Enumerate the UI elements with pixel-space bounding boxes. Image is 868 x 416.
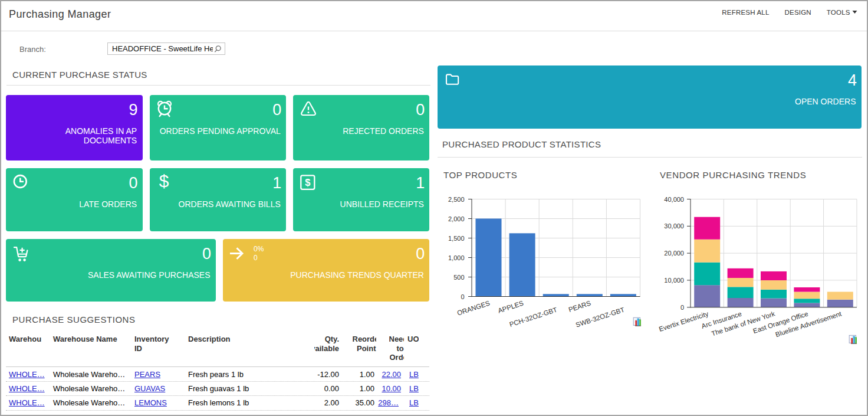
svg-text:0: 0	[461, 293, 464, 300]
svg-text:30,000: 30,000	[664, 222, 684, 230]
svg-text:40,000: 40,000	[664, 196, 684, 203]
svg-text:20,000: 20,000	[664, 250, 684, 257]
svg-text:APPLES: APPLES	[497, 299, 525, 314]
svg-text:0: 0	[680, 304, 684, 311]
svg-text:1,500: 1,500	[448, 235, 465, 242]
svg-text:ORANGES: ORANGES	[456, 299, 491, 316]
svg-text:10,000: 10,000	[664, 277, 684, 284]
svg-text:500: 500	[453, 274, 464, 281]
svg-text:Evertix Electricity: Evertix Electricity	[658, 310, 709, 333]
svg-text:1,000: 1,000	[448, 254, 465, 261]
svg-text:2,500: 2,500	[448, 196, 465, 203]
svg-text:PEARS: PEARS	[568, 299, 592, 313]
svg-text:PCH-32OZ-GBT: PCH-32OZ-GBT	[508, 306, 558, 327]
svg-text:SWB-32OZ-GBT: SWB-32OZ-GBT	[575, 306, 626, 328]
svg-text:2,000: 2,000	[448, 215, 465, 222]
svg-text:$: $	[305, 177, 311, 188]
